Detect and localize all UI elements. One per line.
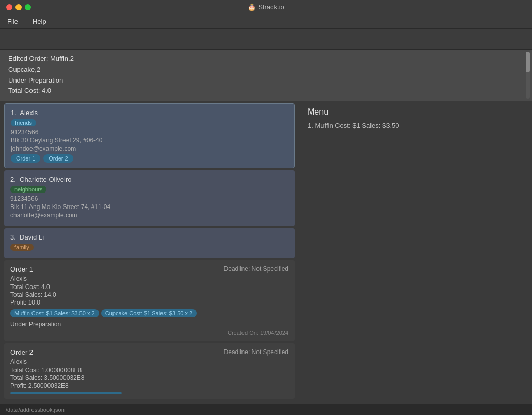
edited-order-line1: Edited Order: Muffin,2 [8, 54, 524, 65]
order-2-profit: Profit: 2.50000032E8 [10, 382, 288, 389]
app-title: 🎂 Strack.io [248, 3, 284, 11]
order-1-header: Order 1 Deadline: Not Specified [10, 265, 288, 273]
order-1-title: Order 1 [10, 265, 33, 273]
contact-2-tag: neighbours [10, 186, 46, 193]
maximize-button[interactable] [25, 4, 31, 10]
order-2-header: Order 2 Deadline: Not Specified [10, 348, 288, 356]
contact-2-email: charlotte@example.com [10, 212, 288, 219]
contact-2-address: Blk 11 Ang Mo Kio Street 74, #11-04 [10, 203, 288, 211]
menu-help[interactable]: Help [29, 17, 50, 26]
order-2-cost: Total Cost: 1.00000008E8 [10, 366, 288, 374]
contact-card-charlotte[interactable]: 2. Charlotte Oliveiro neighbours 9123456… [4, 170, 295, 226]
main-content: 1. Alexis friends 91234566 Blk 30 Geylan… [0, 101, 532, 415]
minimize-button[interactable] [15, 4, 22, 10]
contact-1-phone: 91234566 [11, 129, 288, 136]
contact-1-order-buttons: Order 1 Order 2 [11, 154, 288, 163]
statusbar-text: ./data/addressbook.json [4, 407, 65, 413]
order-2-sales: Total Sales: 3.50000032E8 [10, 374, 288, 381]
order-1-deadline: Deadline: Not Specified [224, 265, 288, 273]
left-panel[interactable]: 1. Alexis friends 91234566 Blk 30 Geylan… [0, 101, 299, 415]
order-card-2[interactable]: Order 2 Deadline: Not Specified Alexis T… [4, 343, 295, 399]
order-2-deadline: Deadline: Not Specified [224, 348, 288, 356]
titlebar-buttons [6, 4, 31, 10]
contact-1-address: Blk 30 Geylang Street 29, #06-40 [11, 137, 288, 144]
order-2-title: Order 2 [10, 348, 33, 356]
app-icon: 🎂 [248, 3, 256, 11]
order-1-item1: Muffin Cost: $1 Sales: $3.50 x 2 [10, 309, 99, 317]
contact-1-header: 1. Alexis [11, 109, 288, 117]
contact-card-david[interactable]: 3. David Li family [4, 228, 295, 258]
toolbar [0, 29, 532, 50]
order-2-progress [10, 392, 122, 394]
order-1-cost: Total Cost: 4.0 [10, 283, 288, 291]
menu-item-1: 1. Muffin Cost: $1 Sales: $3.50 [308, 122, 524, 130]
edited-order-line2: Cupcake,2 [8, 65, 524, 75]
contact-3-header: 3. David Li [10, 233, 288, 241]
edited-order-banner: Edited Order: Muffin,2 Cupcake,2 Under P… [0, 50, 532, 101]
contact-1-order2-btn[interactable]: Order 2 [43, 154, 73, 163]
menu-file[interactable]: File [4, 17, 21, 26]
banner-scrollbar[interactable] [526, 52, 530, 99]
titlebar: 🎂 Strack.io [0, 0, 532, 14]
order-1-customer: Alexis [10, 275, 288, 282]
order-1-status: Under Preparation [10, 321, 288, 328]
contact-3-tag: family [10, 244, 34, 251]
statusbar: ./data/addressbook.json [0, 404, 532, 415]
banner-scrollbar-thumb [526, 52, 530, 72]
edited-order-line4: Total Cost: 4.0 [8, 86, 524, 97]
order-1-profit: Profit: 10.0 [10, 299, 288, 306]
contact-1-order1-btn[interactable]: Order 1 [11, 154, 40, 163]
menu-title: Menu [308, 107, 524, 117]
menubar: File Help [0, 14, 532, 29]
close-button[interactable] [6, 4, 12, 10]
contact-2-header: 2. Charlotte Oliveiro [10, 175, 288, 183]
contact-card-alexis[interactable]: 1. Alexis friends 91234566 Blk 30 Geylan… [4, 103, 295, 168]
order-1-tags: Muffin Cost: $1 Sales: $3.50 x 2 Cupcake… [10, 309, 288, 317]
order-card-1[interactable]: Order 1 Deadline: Not Specified Alexis T… [4, 260, 295, 341]
contact-2-phone: 91234566 [10, 195, 288, 202]
order-1-sales: Total Sales: 14.0 [10, 291, 288, 298]
order-1-created: Created On: 19/04/2024 [10, 330, 288, 336]
edited-order-line3: Under Preparation [8, 75, 524, 86]
right-panel: Menu 1. Muffin Cost: $1 Sales: $3.50 [299, 101, 532, 415]
order-1-item2: Cupcake Cost: $1 Sales: $3.50 x 2 [101, 309, 197, 317]
order-2-customer: Alexis [10, 358, 288, 365]
contact-1-tag: friends [11, 119, 36, 126]
contact-1-email: johndoe@example.com [11, 145, 288, 152]
